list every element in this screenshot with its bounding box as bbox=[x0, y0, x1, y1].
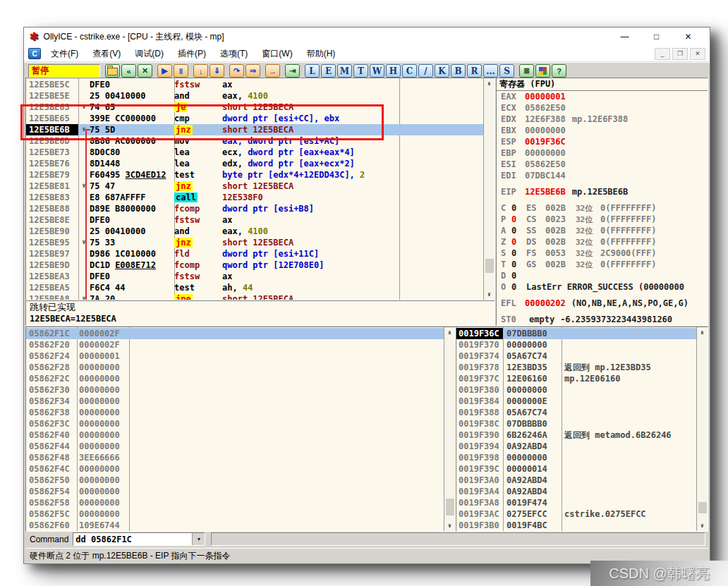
run-button[interactable]: ▶ bbox=[157, 64, 172, 78]
flag-O[interactable]: O0LastErr ERROR_SUCCESS (00000000 bbox=[497, 281, 708, 293]
scroll-down-icon[interactable]: ∨ bbox=[697, 521, 708, 530]
dump-row[interactable]: 05862F5C00000000 bbox=[26, 508, 444, 520]
goto-address-button[interactable]: ⇥ bbox=[285, 64, 300, 78]
view-windows-button[interactable]: W bbox=[370, 64, 384, 78]
scroll-down-icon[interactable]: ∨ bbox=[444, 521, 455, 530]
stack-row[interactable]: 0019F37405A67C74 bbox=[456, 350, 696, 362]
view-breakpoints-button[interactable]: B bbox=[451, 64, 466, 78]
menu-item[interactable]: 查看(V) bbox=[85, 47, 128, 61]
scroll-up-icon[interactable]: ∧ bbox=[444, 328, 455, 337]
open-file-button[interactable] bbox=[105, 64, 120, 78]
disasm-row[interactable]: 12E5BE8EDFE0fstswax bbox=[26, 214, 483, 226]
dump-row[interactable]: 05862F483EE66666 bbox=[26, 452, 444, 463]
stack-row[interactable]: 0019F3A80019F474 bbox=[456, 497, 696, 508]
command-input[interactable] bbox=[73, 533, 192, 545]
dump-row[interactable]: 05862F3400000000 bbox=[26, 396, 444, 407]
mdi-minimize-button[interactable]: _ bbox=[655, 48, 670, 60]
stack-scrollbar[interactable]: ∧ ∨ bbox=[696, 327, 708, 531]
register-esi[interactable]: ESI05862E50 bbox=[497, 159, 708, 170]
disasm-row[interactable]: 12E5BE97D986 1C010000flddword ptr [esi+1… bbox=[26, 248, 483, 260]
step-into-button[interactable]: ↓ bbox=[193, 64, 208, 78]
disasm-row[interactable]: 12E5BE5CDFE0fstswax bbox=[26, 79, 483, 90]
disasm-row[interactable]: 12E5BE738D0C80leaecx, dword ptr [eax+eax… bbox=[26, 147, 483, 158]
register-ebx[interactable]: EBX00000000 bbox=[497, 125, 708, 136]
view-handles-button[interactable]: H bbox=[386, 64, 401, 78]
help-button[interactable]: ? bbox=[552, 64, 566, 78]
dump-row[interactable]: 05862F1C0000002F bbox=[26, 328, 444, 339]
dump-row[interactable]: 05862F5800000000 bbox=[26, 497, 444, 508]
stack-row[interactable]: 0019F37812E3BD35返回到 mp.12E3BD35 bbox=[456, 362, 696, 373]
disasm-row[interactable]: 12E5BEA8∨7A 20jpeshort 12E5BECA bbox=[26, 293, 483, 300]
disasm-row[interactable]: 12E5BEA3DFE0fstswax bbox=[26, 271, 483, 282]
dump-row[interactable]: 05862F3000000000 bbox=[26, 384, 444, 396]
scroll-up-icon[interactable]: ∧ bbox=[484, 79, 495, 88]
flag-C[interactable]: C0ES002B32位0(FFFFFFFF) bbox=[497, 202, 708, 214]
window-maximize-button[interactable]: □ bbox=[641, 28, 672, 45]
flag-S[interactable]: S0FS005332位2C9000(FFF) bbox=[497, 248, 708, 259]
scroll-up-icon[interactable]: ∧ bbox=[697, 328, 708, 337]
dump-row[interactable]: 05862F2800000000 bbox=[26, 362, 444, 373]
disasm-row[interactable]: 12E5BE83E8 687AFFFFcall12E538F0 bbox=[26, 192, 483, 203]
view-run-trace-button[interactable]: ... bbox=[483, 64, 498, 78]
stack-row[interactable]: 0019F38805A67C74 bbox=[456, 407, 696, 418]
register-ebp[interactable]: EBP00000000 bbox=[497, 147, 708, 159]
flag-T[interactable]: T0GS002B32位0(FFFFFFFF) bbox=[497, 259, 708, 270]
close-target-button[interactable]: ✕ bbox=[138, 64, 152, 78]
stack-row[interactable]: 0019F3A40A92ABD4 bbox=[456, 486, 696, 497]
dump-row[interactable]: 05862F5000000000 bbox=[26, 475, 444, 486]
stack-row[interactable]: 0019F38C07DBBBB0 bbox=[456, 418, 696, 429]
disasm-row[interactable]: 12E5BE79F60495 3CD4ED12testbyte ptr [edx… bbox=[26, 169, 483, 181]
stack-row[interactable]: 0019F39C00000014 bbox=[456, 463, 696, 475]
flag-Z[interactable]: Z0DS002B32位0(FFFFFFFF) bbox=[497, 236, 708, 248]
dump-row[interactable]: 05862F4400000000 bbox=[26, 441, 444, 452]
dump-row[interactable]: 05862F3C00000000 bbox=[26, 418, 444, 429]
register-edi[interactable]: EDI07DBC144 bbox=[497, 170, 708, 181]
stack-row[interactable]: 0019F38000000000 bbox=[456, 384, 696, 396]
stack-row[interactable]: 0019F3B00019F4BC bbox=[456, 520, 696, 531]
dump-row[interactable]: 05862F4000000000 bbox=[26, 429, 444, 441]
view-source-button[interactable]: S bbox=[499, 64, 514, 78]
disasm-row[interactable]: 12E5BE768D1448leaedx, dword ptr [eax+ecx… bbox=[26, 158, 483, 169]
disasm-row[interactable]: 12E5BE5E25 00410000andeax, 4100 bbox=[26, 90, 483, 102]
disasm-row[interactable]: 12E5BE95∨75 33jnzshort 12E5BECA bbox=[26, 237, 483, 248]
register-edx[interactable]: EDX12E6F388mp.12E6F388 bbox=[497, 114, 708, 125]
step-over-button[interactable]: ↷ bbox=[229, 64, 244, 78]
disasm-scrollbar[interactable]: ∧ ∨ bbox=[483, 78, 495, 300]
stack-row[interactable]: 0019F37C12E06160mp.12E06160 bbox=[456, 373, 696, 384]
flag-P[interactable]: P0CS002332位0(FFFFFFFF) bbox=[497, 214, 708, 225]
flag-A[interactable]: A0SS002B32位0(FFFFFFFF) bbox=[497, 225, 708, 236]
register-eip[interactable]: EIP12E5BE6Bmp.12E5BE6B bbox=[497, 186, 708, 197]
disasm-row[interactable]: 12E5BE9DDC1D E008E712fcompqword ptr [12E… bbox=[26, 260, 483, 271]
register-ecx[interactable]: ECX05862E50 bbox=[497, 102, 708, 114]
view-cpu-button[interactable]: C bbox=[402, 64, 417, 78]
dump-row[interactable]: 05862F3800000000 bbox=[26, 407, 444, 418]
execute-till-return-button[interactable]: → bbox=[265, 64, 280, 78]
stack-row[interactable]: 0019F37000000000 bbox=[456, 339, 696, 350]
view-executables-button[interactable]: E bbox=[321, 64, 336, 78]
st-line[interactable]: ST0empty-6.2359373223443981260 bbox=[497, 314, 708, 325]
stack-row[interactable]: 0019F3AC0275EFCCcstrike.0275EFCC bbox=[456, 508, 696, 520]
animate-over-button[interactable]: ⇒ bbox=[245, 64, 260, 78]
efl-line[interactable]: EFL00000202(NO,NB,NE,A,NS,PO,GE,G) bbox=[497, 298, 708, 309]
register-eax[interactable]: EAX00000001 bbox=[497, 91, 708, 102]
menu-item[interactable]: 选项(T) bbox=[213, 47, 255, 61]
dump-row[interactable]: 05862F60109E6744 bbox=[26, 520, 444, 531]
scrollbar-thumb[interactable] bbox=[446, 499, 454, 515]
dump-scrollbar[interactable]: ∧ ∨ bbox=[444, 327, 455, 531]
dump-row[interactable]: 05862F2400000001 bbox=[26, 350, 444, 362]
flag-D[interactable]: D0 bbox=[497, 270, 708, 281]
dump-row[interactable]: 05862F200000002F bbox=[26, 339, 444, 350]
scrollbar-thumb[interactable] bbox=[698, 502, 707, 513]
stack-row[interactable]: 0019F36C07DBBBB0 bbox=[456, 328, 696, 339]
restart-button[interactable]: « bbox=[121, 64, 136, 78]
view-call-stack-button[interactable]: K bbox=[435, 64, 449, 78]
disasm-row[interactable]: 12E5BEA5F6C4 44testah, 44 bbox=[26, 282, 483, 293]
menu-item[interactable]: 调试(D) bbox=[128, 47, 171, 61]
stack-row[interactable]: 0019F39800000000 bbox=[456, 452, 696, 463]
stack-row[interactable]: 0019F3940A92ABD4 bbox=[456, 441, 696, 452]
view-references-button[interactable]: R bbox=[467, 64, 482, 78]
stack-row[interactable]: 0019F3A00A92ABD4 bbox=[456, 475, 696, 486]
breakpoint-list-button[interactable]: ≣ bbox=[519, 64, 534, 78]
disasm-row[interactable]: 12E5BE88D89E B8000000fcompdword ptr [esi… bbox=[26, 203, 483, 214]
dump-row[interactable]: 05862F4C00000000 bbox=[26, 463, 444, 475]
